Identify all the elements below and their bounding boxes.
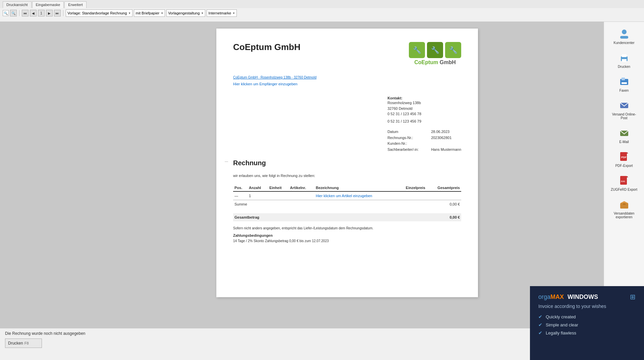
orgamax-title: orgaMAX WINDOWS ⊞ (538, 293, 636, 301)
stamp-label: Internetmarke (208, 11, 231, 15)
col-einheit: Einheit (268, 184, 289, 191)
stamp-dropdown[interactable]: Internetmarke ▼ (207, 9, 237, 17)
orga-text: orgaMAX WINDOWS (538, 294, 598, 301)
zugferd-label: ZUGFeRD Export (611, 188, 637, 191)
check-icon-3: ✔ (538, 330, 542, 335)
check-icon-2: ✔ (538, 322, 542, 327)
drucken-label: Drucken (618, 65, 630, 69)
fax-icon (618, 76, 630, 88)
kundencenter-button[interactable]: Kundencenter (607, 25, 641, 47)
orgamax-panel: orgaMAX WINDOWS ⊞ Invoice according to y… (530, 286, 644, 360)
article-link[interactable]: Hier klicken um Artikel einzugeben (316, 194, 372, 198)
info-section: Kontakt: Rosenholzweg 138b 32760 Detmold… (233, 96, 461, 152)
layout-dropdown-arrow: ▼ (201, 12, 204, 15)
kundencenter-label: Kundencenter (613, 41, 634, 45)
email-label: E-Mail (619, 140, 629, 144)
doc-intro: wir erlauben uns, wie folgt in Rechnung … (233, 174, 461, 178)
paper-dropdown[interactable]: mit Briefpapier ▼ (134, 9, 165, 17)
tab-eingabemaske[interactable]: Eingabemaske (32, 1, 64, 8)
orga-max: MAX (550, 294, 564, 300)
items-table: Pos. Anzahl Einheit Artikelnr. Bezeichnu… (233, 184, 461, 208)
svg-rect-4 (622, 59, 627, 62)
summe-value: 0,00 € (427, 200, 461, 209)
contact-block: Kontakt: Rosenholzweg 138b 32760 Detmold… (387, 96, 461, 152)
svg-rect-7 (622, 82, 627, 84)
email-button[interactable]: E-Mail (607, 124, 641, 146)
svg-rect-3 (622, 54, 627, 57)
versand-label: Versand Online-Post (609, 113, 639, 120)
mail-icon (618, 99, 630, 111)
template-dropdown[interactable]: Vorlage: Standardvorlage Rechnung ▼ (66, 9, 132, 17)
sachbearbeiter-label: Sachbearbeiter/-in: (387, 147, 424, 153)
item-einzelpreis (396, 191, 427, 200)
tab-druckansicht[interactable]: Druckansicht (3, 1, 32, 8)
contact-address: Rosenholzweg 138b (387, 100, 461, 106)
orga-windows: WINDOWS (568, 294, 598, 300)
summe-row: Summe 0,00 € (233, 200, 461, 209)
item-bezeichnung[interactable]: Hier klicken um Artikel einzugeben (314, 191, 396, 200)
item-einheit (268, 191, 289, 200)
versanddaten-label: Versanddaten exportieren (609, 212, 639, 219)
left-gray-area (0, 22, 91, 360)
tab-erweitert[interactable]: Erweitert (64, 1, 86, 8)
logo-text: CoEptum GmbH (414, 59, 456, 65)
logo-text-company: GmbH (440, 59, 456, 65)
toolbar-controls: 🔍 🔍 ⏮ ◀ 1 ▶ ⏭ Vorlage: Standardvorlage R… (0, 8, 644, 18)
person-icon (618, 28, 630, 40)
versand-button[interactable]: Versand Online-Post (607, 97, 641, 123)
drucken-button[interactable]: Drucken (607, 49, 641, 71)
toolbar-separator-1 (19, 10, 19, 16)
windows-logo-icon: ⊞ (630, 293, 636, 301)
document: CoEptum GmbH 🔧 🔧 🔧 CoEptum GmbH (216, 29, 478, 297)
col-gesamtpreis: Gesamtpreis (427, 184, 461, 191)
contact-phone2: 0 52 31 / 123 456 79 (387, 119, 461, 124)
svg-text:ZUG: ZUG (621, 180, 625, 182)
svg-marker-14 (627, 176, 628, 177)
total-table: Gesamtbetrag 0,00 € (233, 213, 461, 221)
svg-marker-17 (620, 201, 628, 203)
payment-text: 14 Tage / 2% Skonto Zahlungsbetrag 0,00 … (233, 239, 461, 243)
nav-prev-btn[interactable]: ◀ (30, 10, 37, 16)
feature-label-2: Simple and clear (546, 322, 578, 327)
pdf-export-button[interactable]: PDF PDF-Export (607, 148, 641, 170)
layout-dropdown[interactable]: Vorlagengestaltung ▼ (166, 9, 205, 17)
logo-icons: 🔧 🔧 🔧 (409, 42, 461, 58)
print-icon (618, 52, 630, 64)
template-dropdown-arrow: ▼ (128, 12, 131, 15)
toolbar-separator-2 (63, 10, 63, 16)
layout-label: Vorlagengestaltung (168, 11, 200, 15)
status-bar: Die Rechnung wurde noch nicht ausgegeben… (0, 328, 537, 360)
payment-title: Zahlungsbedingungen (233, 233, 461, 237)
col-bezeichnung: Bezeichnung (314, 184, 396, 191)
datum-value: 28.06.2023 (431, 129, 449, 135)
nav-next-btn[interactable]: ▶ (46, 10, 53, 16)
address-section: CoEptum GmbH · Rosenholzweg 138b · 32760… (233, 76, 461, 86)
info-table: Datum 28.06.2023 Rechnungs-Nr.: 20230628… (387, 129, 461, 152)
recipient-placeholder[interactable]: Hier klicken um Empfänger einzugeben (233, 82, 461, 86)
company-logo: 🔧 🔧 🔧 CoEptum GmbH (409, 42, 461, 65)
zugferd-button[interactable]: ZUG ZUGFeRD Export (607, 172, 641, 194)
table-row: — 1 Hier klicken um Artikel einzugeben (233, 191, 461, 200)
nav-last-btn[interactable]: ⏭ (54, 10, 61, 16)
versanddaten-button[interactable]: Versanddaten exportieren (607, 196, 641, 222)
toolbar-btn-1[interactable]: 🔍 (10, 10, 17, 16)
faxen-button[interactable]: Faxen (607, 73, 641, 95)
search-icon[interactable]: 🔍 (3, 10, 9, 16)
print-button[interactable]: Drucken F8 (5, 339, 42, 348)
feature-list: ✔ Quickly created ✔ Simple and clear ✔ L… (538, 314, 636, 335)
feature-item-3: ✔ Legally flawless (538, 330, 636, 335)
total-row: Gesamtbetrag 0,00 € (233, 213, 461, 221)
zugferd-icon: ZUG (618, 175, 630, 187)
logo-icon-1: 🔧 (409, 42, 425, 58)
nav-first-btn[interactable]: ⏮ (22, 10, 29, 16)
feature-item-1: ✔ Quickly created (538, 314, 636, 319)
faxen-label: Faxen (620, 89, 629, 92)
doc-footer-text: Sofern nicht anders angegeben, entsprich… (233, 226, 461, 230)
pdf-export-label: PDF-Export (615, 164, 633, 168)
toolbar-tabs: Druckansicht Eingabemaske Erweitert (0, 0, 644, 8)
feature-label-1: Quickly created (546, 314, 576, 319)
rechnungs-nr-value: 2023062801 (431, 135, 451, 141)
summe-spacer (396, 200, 427, 209)
paper-dropdown-arrow: ▼ (161, 12, 163, 15)
item-pos: — (233, 191, 248, 200)
